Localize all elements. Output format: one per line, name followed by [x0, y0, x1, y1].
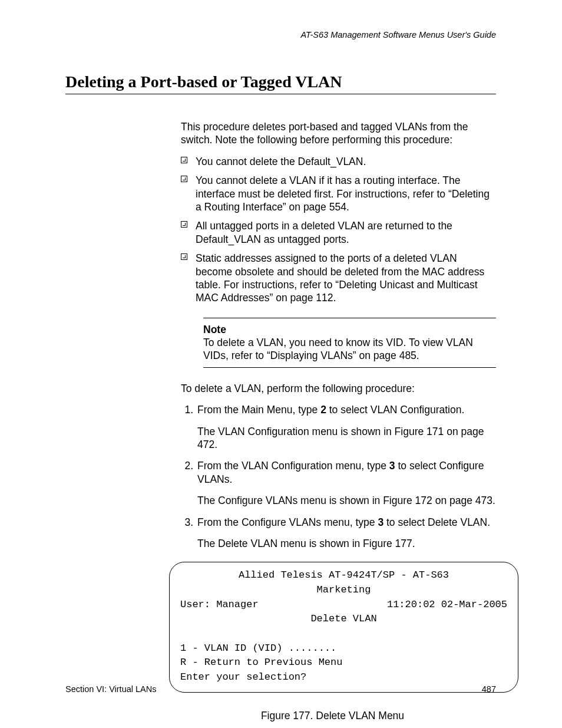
- bullet-text: You cannot delete the Default_VLAN.: [196, 156, 366, 167]
- note-text: To delete a VLAN, you need to know its V…: [203, 336, 496, 363]
- square-bullet-icon: [181, 221, 187, 228]
- square-bullet-icon: [181, 157, 187, 163]
- note-box: Note To delete a VLAN, you need to know …: [203, 318, 496, 368]
- intro-paragraph: This procedure deletes port-based and ta…: [181, 120, 496, 147]
- bullet-item: Static addresses assigned to the ports o…: [181, 252, 496, 305]
- step-text-post: to select VLAN Configuration.: [326, 404, 464, 416]
- step-sub: The Delete VLAN menu is shown in Figure …: [197, 537, 496, 550]
- bullet-item: All untagged ports in a deleted VLAN are…: [181, 219, 496, 246]
- figure-caption: Figure 177. Delete VLAN Menu: [157, 709, 508, 722]
- bullet-list: You cannot delete the Default_VLAN. You …: [181, 155, 496, 305]
- bullet-text: All untagged ports in a deleted VLAN are…: [196, 220, 452, 245]
- step-text-pre: From the VLAN Configuration menu, type: [197, 460, 389, 472]
- bullet-text: You cannot delete a VLAN if it has a rou…: [196, 174, 490, 213]
- bullet-item: You cannot delete the Default_VLAN.: [181, 155, 496, 168]
- procedure-steps: From the Main Menu, type 2 to select VLA…: [181, 403, 496, 550]
- step-sub: The Configure VLANs menu is shown in Fig…: [197, 494, 496, 507]
- square-bullet-icon: [181, 253, 187, 260]
- note-label: Note: [203, 323, 496, 336]
- terminal-prompt: Enter your selection?: [180, 671, 306, 683]
- terminal-menu-title: Delete VLAN: [180, 612, 507, 627]
- step-item: From the Configure VLANs menu, type 3 to…: [196, 516, 496, 551]
- header-guide-title: AT-S63 Management Software Menus User's …: [65, 30, 496, 39]
- step-item: From the VLAN Configuration menu, type 3…: [196, 459, 496, 507]
- square-bullet-icon: [181, 176, 187, 182]
- footer-page: 487: [482, 684, 496, 694]
- terminal-header1: Allied Telesis AT-9424T/SP - AT-S63: [180, 568, 507, 583]
- step-bold: 2: [320, 404, 326, 416]
- terminal-time: 11:20:02 02-Mar-2005: [387, 598, 507, 612]
- step-bold: 3: [389, 460, 395, 472]
- steps-intro: To delete a VLAN, perform the following …: [181, 382, 496, 395]
- step-item: From the Main Menu, type 2 to select VLA…: [196, 403, 496, 451]
- terminal-header2: Marketing: [180, 583, 507, 598]
- step-bold: 3: [378, 516, 384, 528]
- step-text-post: to select Delete VLAN.: [384, 516, 490, 528]
- terminal-user: User: Manager: [180, 598, 259, 612]
- step-text-pre: From the Configure VLANs menu, type: [197, 516, 378, 528]
- terminal-option-return: R - Return to Previous Menu: [180, 657, 342, 668]
- footer-section: Section VI: Virtual LANs: [65, 684, 156, 694]
- bullet-text: Static addresses assigned to the ports o…: [196, 252, 484, 304]
- step-text-pre: From the Main Menu, type: [197, 404, 320, 416]
- terminal-screenshot: Allied Telesis AT-9424T/SP - AT-S63Marke…: [169, 562, 518, 692]
- bullet-item: You cannot delete a VLAN if it has a rou…: [181, 174, 496, 213]
- page-title: Deleting a Port-based or Tagged VLAN: [65, 73, 496, 94]
- terminal-option-1: 1 - VLAN ID (VID) ........: [180, 643, 336, 654]
- step-sub: The VLAN Configuration menu is shown in …: [197, 425, 496, 452]
